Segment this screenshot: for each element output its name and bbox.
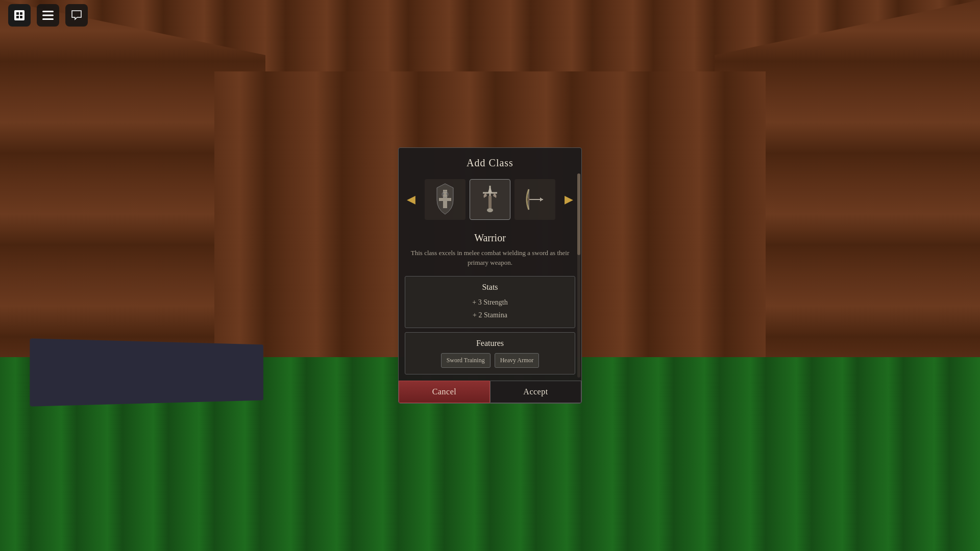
svg-rect-6 xyxy=(42,15,54,16)
svg-rect-5 xyxy=(42,11,54,12)
modal-buttons: Cancel Accept xyxy=(399,381,581,403)
svg-rect-3 xyxy=(16,16,19,18)
stats-box: Stats + 3 Strength + 2 Stamina xyxy=(405,276,575,328)
class-description-section: Warrior This class excels in melee comba… xyxy=(399,228,581,276)
class-selector: ◀ xyxy=(399,175,581,228)
class-icon-crusader[interactable] xyxy=(425,179,465,220)
modal-title: Add Class xyxy=(399,148,581,175)
features-box: Features Sword Training Heavy Armor xyxy=(405,332,575,374)
class-name: Warrior xyxy=(409,232,571,244)
feature-tags-container: Sword Training Heavy Armor xyxy=(413,353,567,368)
menu-button[interactable] xyxy=(37,4,59,27)
roblox-logo xyxy=(8,4,31,27)
svg-point-14 xyxy=(487,208,493,212)
chat-button[interactable] xyxy=(65,4,88,27)
class-icon-warrior[interactable] xyxy=(470,179,510,220)
scrollbar-thumb xyxy=(577,173,580,255)
svg-rect-2 xyxy=(20,12,22,15)
svg-rect-7 xyxy=(42,18,54,20)
svg-rect-4 xyxy=(20,16,22,18)
svg-rect-13 xyxy=(488,196,492,208)
stat-strength: + 3 Strength xyxy=(413,296,567,309)
svg-point-10 xyxy=(446,193,448,194)
class-icon-archer[interactable] xyxy=(514,179,555,220)
stat-stamina: + 2 Stamina xyxy=(413,309,567,321)
next-class-button[interactable]: ▶ xyxy=(560,191,577,208)
feature-heavy-armor: Heavy Armor xyxy=(495,353,540,368)
modal-overlay: Add Class ◀ xyxy=(0,0,980,551)
modal-scrollbar[interactable] xyxy=(577,173,580,378)
topbar xyxy=(0,0,980,31)
svg-point-9 xyxy=(443,193,445,194)
svg-marker-17 xyxy=(540,197,543,202)
prev-class-button[interactable]: ◀ xyxy=(403,191,420,208)
svg-rect-0 xyxy=(14,10,24,20)
features-title: Features xyxy=(413,339,567,348)
class-flavor-text: This class excels in melee combat wieldi… xyxy=(409,248,571,268)
svg-rect-1 xyxy=(16,12,19,15)
feature-sword-training: Sword Training xyxy=(441,353,491,368)
add-class-modal: Add Class ◀ xyxy=(398,147,582,404)
cancel-button[interactable]: Cancel xyxy=(399,381,490,403)
stats-title: Stats xyxy=(413,283,567,292)
class-icons-row xyxy=(425,179,555,220)
accept-button[interactable]: Accept xyxy=(490,381,581,403)
